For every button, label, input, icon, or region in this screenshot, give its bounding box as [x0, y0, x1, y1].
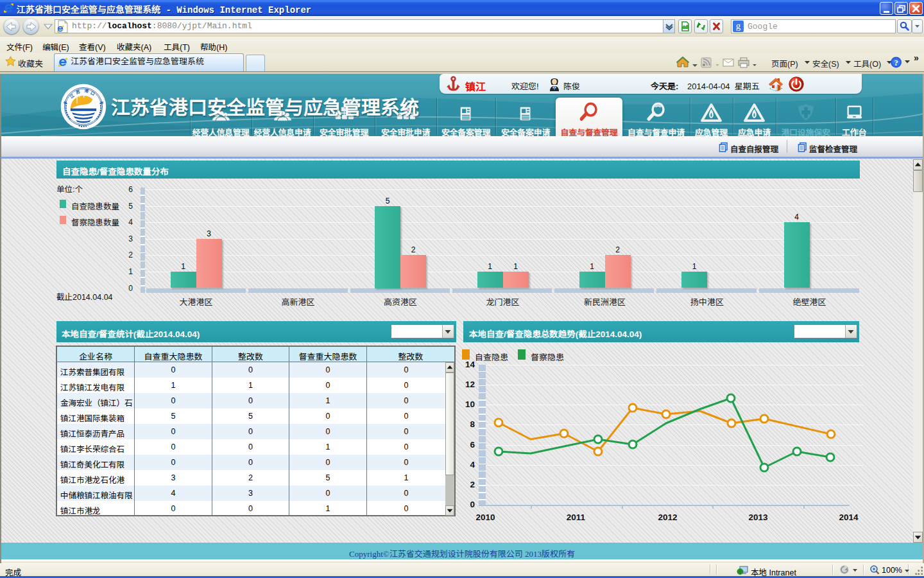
svg-text:?: ? [894, 58, 898, 67]
